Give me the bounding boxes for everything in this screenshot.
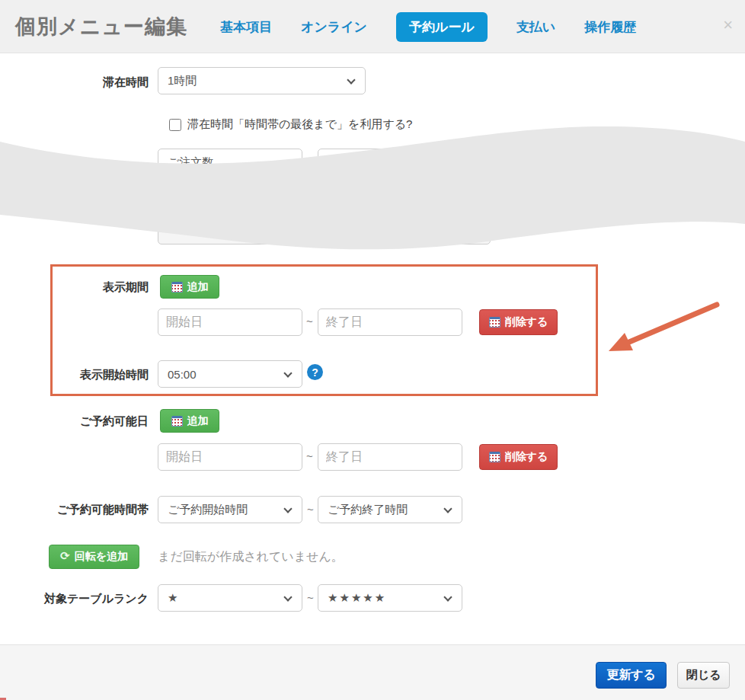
chevron-down-icon <box>472 225 480 234</box>
bookable-date-add-button[interactable]: 追加 <box>160 409 219 433</box>
display-start-time-label: 表示開始時間 <box>8 368 149 382</box>
stay-time-label: 滞在時間 <box>8 75 149 90</box>
bookable-time-start-value: ご予約開始時間 <box>168 503 248 517</box>
range-tilde: ~ <box>306 449 313 462</box>
add-rotation-label: 回転を追加 <box>75 550 128 564</box>
range-tilde: ~ <box>307 503 314 516</box>
range-tilde: ~ <box>306 315 313 328</box>
order-count-min-value: ご注文数 <box>168 155 213 170</box>
stay-time-value: 1時間 <box>168 74 197 88</box>
stay-checkbox-row: 滞在時間「時間帯の最後まで」を利用する? <box>169 117 412 132</box>
help-icon[interactable]: ? <box>307 364 323 380</box>
tab-bar: 基本項目 オンライン 予約ルール 支払い 操作履歴 <box>220 0 636 53</box>
stay-checkbox-label: 滞在時間「時間帯の最後まで」を利用する? <box>187 117 412 132</box>
bookable-date-delete-button[interactable]: 削除する <box>479 444 558 470</box>
stay-time-select[interactable]: 1時間 <box>158 67 366 94</box>
bookable-time-label: ご予約可能時間帯 <box>8 503 149 517</box>
add-rotation-button[interactable]: ⟳ 回転を追加 <box>49 545 139 569</box>
tab-basic[interactable]: 基本項目 <box>220 18 272 36</box>
chevron-down-icon <box>283 369 292 377</box>
chevron-down-icon <box>443 157 452 165</box>
calendar-icon <box>489 317 500 328</box>
chevron-down-icon <box>283 504 292 513</box>
delete-button-label: 削除する <box>505 450 548 464</box>
close-button[interactable]: 閉じる <box>677 662 730 689</box>
display-period-label: 表示期間 <box>8 280 149 295</box>
close-icon[interactable]: × <box>723 17 733 34</box>
bookable-time-start-select[interactable]: ご予約開始時間 <box>158 496 302 523</box>
chevron-down-icon <box>316 225 325 234</box>
calendar-icon <box>489 452 500 462</box>
add-button-label: 追加 <box>187 280 209 294</box>
order-count-min-select[interactable]: ご注文数 <box>158 149 302 176</box>
chevron-down-icon <box>443 593 452 601</box>
table-rank-min-select[interactable]: ★ <box>158 584 302 612</box>
table-rank-label: 対象テーブルランク <box>8 592 149 606</box>
update-button[interactable]: 更新する <box>596 662 667 689</box>
table-rank-min-value: ★ <box>168 591 179 605</box>
range-tilde: ~ <box>307 155 314 168</box>
close-button-label: 閉じる <box>686 668 721 682</box>
calendar-icon <box>171 416 183 427</box>
modal-header: 個別メニュー編集 基本項目 オンライン 予約ルール 支払い 操作履歴 × <box>0 0 745 53</box>
obscured-select-right[interactable] <box>340 217 491 245</box>
chevron-down-icon <box>443 504 452 513</box>
chevron-down-icon <box>283 157 292 165</box>
tab-history[interactable]: 操作履歴 <box>584 18 636 36</box>
order-count-max-select[interactable]: 最大 <box>318 149 462 176</box>
add-button-label: 追加 <box>187 414 209 428</box>
display-period-end-input[interactable] <box>318 308 462 336</box>
bookable-time-end-value: ご予約終了時間 <box>328 503 408 517</box>
display-period-delete-button[interactable]: 削除する <box>479 309 558 335</box>
update-button-label: 更新する <box>606 667 656 683</box>
order-count-max-value: 最大 <box>328 155 350 170</box>
display-start-time-value: 05:00 <box>168 368 197 381</box>
display-period-add-button[interactable]: 追加 <box>160 275 219 299</box>
obscured-select-left[interactable] <box>158 217 335 245</box>
calendar-icon <box>171 282 183 292</box>
stay-until-end-checkbox[interactable] <box>169 119 181 131</box>
table-rank-max-select[interactable]: ★★★★★ <box>318 584 462 612</box>
rotation-empty-message: まだ回転が作成されていません。 <box>158 549 344 565</box>
chevron-down-icon <box>347 75 355 84</box>
menu-edit-modal: 個別メニュー編集 基本項目 オンライン 予約ルール 支払い 操作履歴 × 滞在時… <box>0 0 745 700</box>
rotate-add-icon: ⟳ <box>60 549 70 563</box>
display-period-start-input[interactable] <box>158 308 302 336</box>
tab-reservation-rules[interactable]: 予約ルール <box>396 12 488 42</box>
range-tilde: ~ <box>307 591 314 604</box>
bookable-date-end-input[interactable] <box>318 443 462 471</box>
chevron-down-icon <box>283 593 292 601</box>
tab-payment[interactable]: 支払い <box>516 18 555 36</box>
modal-title: 個別メニュー編集 <box>15 13 187 40</box>
bookable-date-label: ご予約可能日 <box>8 414 149 429</box>
bookable-date-start-input[interactable] <box>158 443 302 471</box>
display-start-time-select[interactable]: 05:00 <box>158 360 302 388</box>
delete-button-label: 削除する <box>505 315 548 329</box>
modal-footer: 更新する 閉じる <box>0 644 745 700</box>
tab-online[interactable]: オンライン <box>301 18 367 36</box>
table-rank-max-value: ★★★★★ <box>328 591 386 605</box>
bookable-time-end-select[interactable]: ご予約終了時間 <box>318 496 462 523</box>
